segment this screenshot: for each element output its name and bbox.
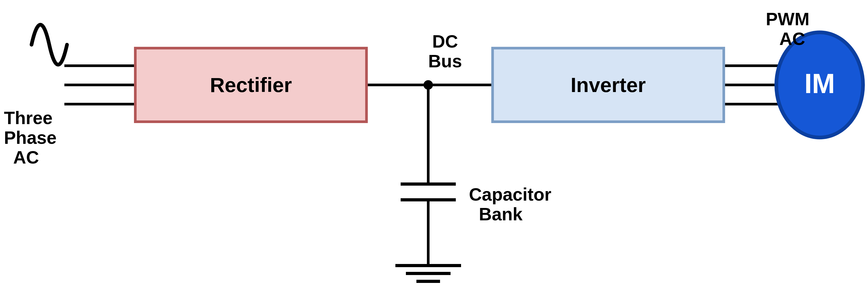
diagram-canvas: Rectifier Inverter IM Three Phase AC DC … [0, 0, 868, 305]
pwm-ac-label: PWM AC [766, 9, 809, 49]
rectifier-block: Rectifier [134, 47, 368, 123]
inverter-block: Inverter [491, 47, 725, 123]
dc-bus-label: DC Bus [428, 32, 462, 71]
svg-point-4 [424, 80, 433, 90]
inverter-label: Inverter [570, 73, 646, 97]
capacitor-bank-label: Capacitor Bank [469, 185, 552, 224]
motor-label: IM [796, 68, 843, 99]
rectifier-label: Rectifier [210, 73, 292, 97]
three-phase-ac-label: Three Phase AC [4, 108, 57, 167]
